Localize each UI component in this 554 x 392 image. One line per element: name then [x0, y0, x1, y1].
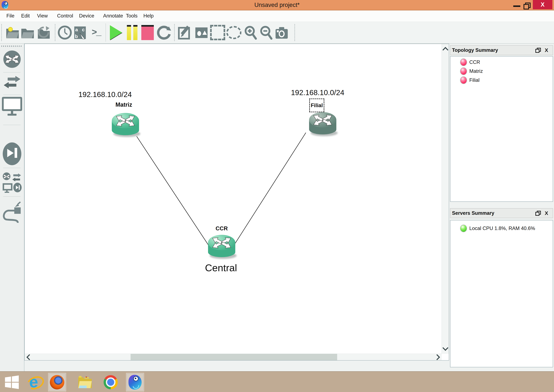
toolbar-separator — [105, 23, 106, 42]
menu-tools[interactable]: Tools — [126, 13, 137, 19]
node-label-matriz[interactable]: Matriz — [112, 101, 136, 108]
add-note-button[interactable] — [177, 25, 192, 40]
screen: Unsaved project* X File Edit View Contro… — [0, 0, 554, 392]
status-led-icon — [460, 224, 467, 232]
topology-item-filial[interactable]: Filial — [450, 76, 480, 85]
node-label-filial[interactable]: Filial — [309, 98, 324, 112]
sidebar-separator — [3, 125, 21, 125]
browse-routers-button[interactable] — [0, 50, 24, 68]
net-label-left[interactable]: 192.168.10.0/24 — [78, 90, 132, 99]
screenshot-button[interactable] — [274, 25, 289, 40]
close-button[interactable]: X — [533, 0, 552, 9]
toolbar-handle — [295, 24, 295, 41]
sidebar-separator — [3, 72, 21, 72]
menu-edit[interactable]: Edit — [21, 13, 30, 19]
title-bar: Unsaved project* X — [0, 0, 554, 10]
sidebar-separator — [3, 168, 21, 168]
svg-text:c: c — [82, 27, 85, 32]
servers-summary-panel: Local CPU 1.8%, RAM 40.6% — [450, 220, 553, 367]
toolbar: a c b >_ — [0, 22, 554, 44]
menu-view[interactable]: View — [37, 13, 48, 19]
browse-security-devices-button[interactable] — [0, 142, 24, 166]
router-filial[interactable] — [309, 112, 336, 136]
new-project-button[interactable] — [5, 25, 20, 40]
open-project-button[interactable] — [20, 25, 35, 40]
status-led-icon — [460, 67, 467, 75]
float-panel-icon[interactable] — [535, 48, 541, 53]
svg-text:b: b — [75, 34, 78, 39]
horizontal-scrollbar[interactable] — [25, 354, 442, 360]
net-label-right[interactable]: 192.168.10.0/24 — [291, 88, 344, 97]
snapshot-button[interactable] — [57, 25, 72, 40]
node-label-filial-text: Filial — [311, 102, 323, 108]
close-panel-icon[interactable]: X — [544, 210, 549, 216]
servers-summary-header[interactable]: Servers Summary X — [450, 208, 553, 218]
start-button[interactable] — [108, 25, 124, 40]
zoom-in-button[interactable] — [243, 25, 258, 40]
scroll-left-arrow[interactable] — [27, 354, 32, 360]
scroll-up-arrow[interactable] — [442, 47, 449, 53]
menu-help[interactable]: Help — [143, 13, 154, 19]
topology-item-ccr[interactable]: CCR — [450, 58, 480, 67]
topology-summary-title: Topology Summary — [452, 47, 498, 53]
console-connect-button[interactable]: >_ — [89, 25, 104, 40]
firefox-icon[interactable] — [48, 373, 66, 391]
show-interface-labels-button[interactable]: a c b — [72, 25, 88, 40]
chrome-icon[interactable] — [102, 373, 120, 391]
browse-end-devices-button[interactable] — [0, 98, 24, 117]
file-explorer-icon[interactable] — [76, 373, 94, 391]
windows-taskbar: e — [0, 371, 554, 392]
save-project-button[interactable] — [36, 25, 51, 40]
draw-ellipse-button[interactable] — [226, 25, 241, 40]
node-label-ccr[interactable]: CCR — [209, 225, 234, 232]
status-led-icon — [460, 58, 467, 66]
window-title: Unsaved project* — [0, 2, 554, 8]
server-item-label: Local CPU 1.8%, RAM 40.6% — [469, 225, 535, 231]
topology-summary-panel: CCR Matriz Filial — [450, 56, 553, 202]
annotation-central[interactable]: Central — [205, 262, 237, 273]
menu-control[interactable]: Control — [57, 13, 73, 19]
suspend-button[interactable] — [125, 25, 140, 40]
sidebar-handle — [1, 46, 22, 47]
topology-item-matriz[interactable]: Matriz — [450, 67, 483, 76]
menu-annotate[interactable]: Annotate — [103, 13, 123, 19]
gns3-taskbar-icon[interactable] — [126, 373, 144, 391]
zoom-out-button[interactable] — [259, 25, 274, 40]
browse-all-devices-button[interactable] — [0, 171, 24, 195]
stop-button[interactable] — [140, 25, 155, 40]
router-matriz[interactable] — [112, 112, 139, 137]
browse-switches-button[interactable] — [0, 75, 24, 90]
topology-item-label: CCR — [469, 59, 480, 65]
toolbar-handle — [174, 24, 175, 41]
horizontal-scroll-thumb[interactable] — [131, 354, 337, 360]
menu-file[interactable]: File — [7, 13, 14, 19]
toolbar-handle — [55, 24, 55, 41]
vertical-scrollbar[interactable] — [442, 44, 449, 354]
device-sidebar — [0, 44, 24, 371]
topology-canvas[interactable]: 192.168.10.0/24 192.168.10.0/24 Matriz F… — [24, 44, 449, 361]
toolbar-handle — [1, 24, 2, 41]
close-panel-icon[interactable]: X — [544, 48, 549, 53]
topology-summary-header[interactable]: Topology Summary X — [450, 45, 553, 55]
server-item-local[interactable]: Local CPU 1.8%, RAM 40.6% — [450, 224, 535, 233]
sidebar-separator — [3, 196, 21, 197]
start-button[interactable] — [3, 373, 21, 391]
insert-picture-button[interactable] — [194, 25, 209, 40]
topology-item-label: Filial — [469, 77, 480, 83]
menu-device[interactable]: Device — [79, 13, 94, 19]
menu-bar: File Edit View Control Device Annotate T… — [0, 10, 554, 22]
restore-button[interactable] — [524, 3, 530, 8]
internet-explorer-icon[interactable]: e — [25, 373, 43, 391]
reload-button[interactable] — [157, 25, 172, 40]
router-ccr[interactable] — [208, 234, 235, 259]
float-panel-icon[interactable] — [535, 211, 541, 216]
scroll-right-arrow[interactable] — [434, 354, 440, 360]
sidebar-separator — [3, 95, 21, 95]
minimize-button[interactable] — [513, 6, 520, 7]
draw-rectangle-button[interactable] — [210, 25, 225, 40]
topology-item-label: Matriz — [469, 68, 483, 74]
servers-summary-title: Servers Summary — [452, 210, 494, 216]
add-link-button[interactable] — [0, 200, 24, 225]
scroll-down-arrow[interactable] — [442, 345, 449, 351]
status-led-icon — [460, 76, 467, 84]
